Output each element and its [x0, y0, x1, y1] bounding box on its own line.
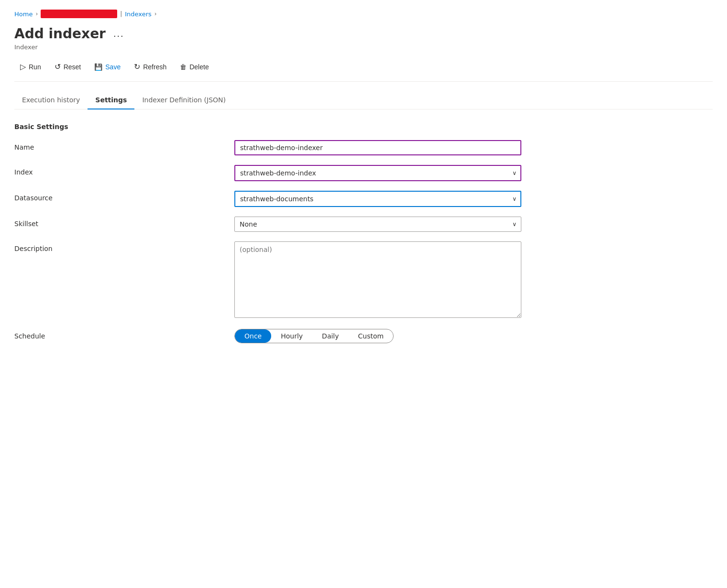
schedule-row: Schedule Once Hourly Daily Custom [14, 329, 713, 343]
skillset-select[interactable]: None [234, 217, 521, 232]
skillset-label: Skillset [14, 217, 234, 228]
schedule-control: Once Hourly Daily Custom [234, 329, 521, 343]
tab-settings[interactable]: Settings [88, 91, 134, 109]
form: Basic Settings Name Index strathweb-demo… [14, 123, 713, 343]
breadcrumb-service-redacted [41, 10, 117, 18]
breadcrumb-sep-2: › [154, 11, 157, 17]
breadcrumb-indexers[interactable]: Indexers [125, 11, 152, 18]
delete-button[interactable]: Delete [174, 60, 214, 74]
skillset-select-wrapper: None ∨ [234, 217, 521, 232]
name-control [234, 140, 521, 155]
tabs: Execution history Settings Indexer Defin… [14, 91, 713, 109]
skillset-control: None ∨ [234, 217, 521, 232]
toolbar: Run Reset Save Refresh Delete [14, 60, 713, 82]
schedule-once-button[interactable]: Once [235, 329, 271, 343]
description-row: Description [14, 241, 713, 319]
breadcrumb-home[interactable]: Home [14, 11, 33, 18]
tab-execution-history[interactable]: Execution history [14, 91, 88, 109]
schedule-label: Schedule [14, 329, 234, 340]
description-control [234, 241, 521, 319]
refresh-label: Refresh [143, 63, 166, 71]
breadcrumb: Home › | Indexers › [14, 10, 713, 18]
reset-button[interactable]: Reset [49, 60, 87, 74]
datasource-control: strathweb-documents ∨ [234, 191, 521, 207]
page-subtitle: Indexer [14, 44, 713, 51]
index-select[interactable]: strathweb-demo-index [234, 165, 521, 181]
schedule-hourly-button[interactable]: Hourly [271, 329, 312, 343]
save-button[interactable]: Save [88, 60, 126, 74]
save-icon [94, 63, 102, 71]
description-textarea[interactable] [234, 241, 521, 318]
schedule-custom-button[interactable]: Custom [349, 329, 394, 343]
more-options-button[interactable]: ... [110, 27, 127, 40]
name-row: Name [14, 140, 713, 155]
datasource-select-wrapper: strathweb-documents ∨ [234, 191, 521, 207]
name-label: Name [14, 140, 234, 151]
index-select-wrapper: strathweb-demo-index ∨ [234, 165, 521, 181]
run-label: Run [29, 63, 41, 71]
page-header: Add indexer ... [14, 26, 713, 42]
section-title: Basic Settings [14, 123, 713, 131]
run-button[interactable]: Run [14, 60, 47, 74]
schedule-options: Once Hourly Daily Custom [234, 329, 394, 343]
index-control: strathweb-demo-index ∨ [234, 165, 521, 181]
index-label: Index [14, 165, 234, 176]
breadcrumb-sep-1: › [35, 11, 38, 17]
datasource-label: Datasource [14, 191, 234, 202]
datasource-row: Datasource strathweb-documents ∨ [14, 191, 713, 207]
reset-icon [55, 63, 61, 71]
save-label: Save [105, 63, 121, 71]
reset-label: Reset [64, 63, 81, 71]
tab-indexer-definition[interactable]: Indexer Definition (JSON) [134, 91, 233, 109]
skillset-row: Skillset None ∨ [14, 217, 713, 232]
refresh-icon [134, 63, 140, 71]
datasource-select[interactable]: strathweb-documents [234, 191, 521, 207]
page-title: Add indexer [14, 26, 106, 42]
run-icon [20, 63, 26, 71]
refresh-button[interactable]: Refresh [128, 60, 172, 74]
delete-icon [180, 63, 187, 71]
delete-label: Delete [189, 63, 209, 71]
breadcrumb-pipe: | [120, 11, 122, 17]
schedule-daily-button[interactable]: Daily [312, 329, 348, 343]
name-input[interactable] [234, 140, 521, 155]
description-label: Description [14, 241, 234, 252]
index-row: Index strathweb-demo-index ∨ [14, 165, 713, 181]
